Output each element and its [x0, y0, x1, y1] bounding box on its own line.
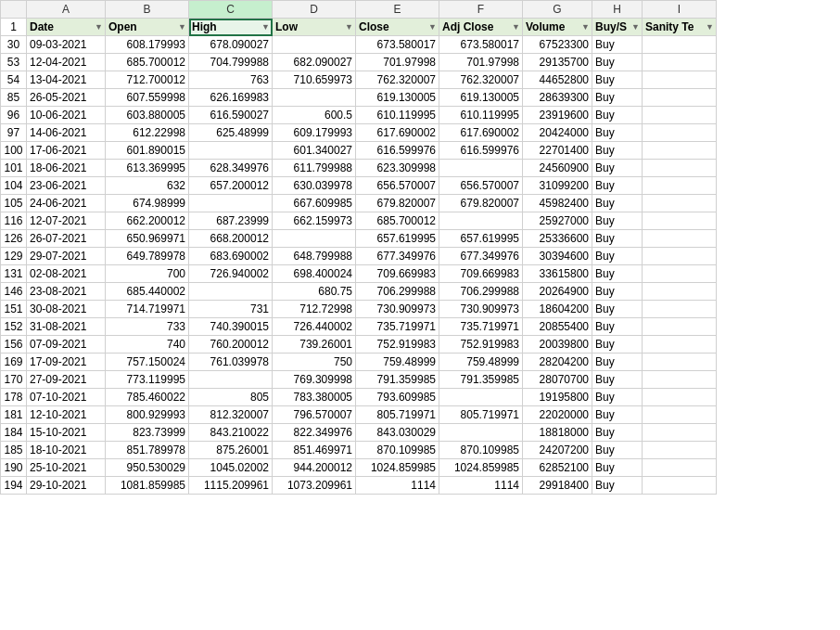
- cell-date[interactable]: 14-06-2021: [27, 124, 106, 142]
- cell-buy-s[interactable]: Buy: [592, 142, 643, 160]
- cell-sanity[interactable]: [643, 406, 717, 424]
- cell-close[interactable]: 673.580017: [356, 36, 439, 54]
- cell-volume[interactable]: 28070700: [523, 371, 592, 389]
- cell-sanity[interactable]: [643, 142, 717, 160]
- cell-close[interactable]: 762.320007: [356, 71, 439, 89]
- cell-buy-s[interactable]: Buy: [592, 71, 643, 89]
- cell-open[interactable]: 649.789978: [106, 248, 189, 265]
- cell-volume[interactable]: 44652800: [523, 71, 592, 89]
- cell-close[interactable]: 791.359985: [356, 371, 439, 389]
- cell-low[interactable]: 630.039978: [273, 177, 356, 195]
- cell-adj-close[interactable]: [439, 160, 523, 177]
- cell-sanity[interactable]: [643, 195, 717, 212]
- filter-arrow-adj-close[interactable]: ▼: [512, 19, 520, 35]
- cell-low[interactable]: 750: [273, 354, 356, 371]
- cell-low[interactable]: 710.659973: [273, 71, 356, 89]
- cell-high[interactable]: 683.690002: [189, 248, 273, 265]
- cell-volume[interactable]: 24207200: [523, 442, 592, 459]
- cell-buy-s[interactable]: Buy: [592, 107, 643, 124]
- cell-buy-s[interactable]: Buy: [592, 354, 643, 371]
- cell-high[interactable]: 678.090027: [189, 36, 273, 54]
- cell-buy-s[interactable]: Buy: [592, 36, 643, 54]
- cell-sanity[interactable]: [643, 336, 717, 354]
- cell-sanity[interactable]: [643, 248, 717, 265]
- cell-open[interactable]: 603.880005: [106, 107, 189, 124]
- cell-adj-close[interactable]: 679.820007: [439, 195, 523, 212]
- cell-close[interactable]: 616.599976: [356, 142, 439, 160]
- cell-date[interactable]: 12-04-2021: [27, 54, 106, 71]
- cell-low[interactable]: 726.440002: [273, 318, 356, 336]
- cell-date[interactable]: 02-08-2021: [27, 265, 106, 283]
- cell-high[interactable]: 726.940002: [189, 265, 273, 283]
- cell-high[interactable]: 1115.209961: [189, 477, 273, 495]
- cell-sanity[interactable]: [643, 71, 717, 89]
- cell-adj-close[interactable]: [439, 389, 523, 406]
- cell-buy-s[interactable]: Buy: [592, 389, 643, 406]
- header-date[interactable]: Date▼: [27, 19, 106, 36]
- cell-volume[interactable]: 23919600: [523, 107, 592, 124]
- cell-close[interactable]: 709.669983: [356, 265, 439, 283]
- cell-open[interactable]: 851.789978: [106, 442, 189, 459]
- header-low[interactable]: Low▼: [273, 19, 356, 36]
- cell-high[interactable]: 616.590027: [189, 107, 273, 124]
- cell-buy-s[interactable]: Buy: [592, 406, 643, 424]
- cell-volume[interactable]: 25336600: [523, 230, 592, 248]
- cell-low[interactable]: 698.400024: [273, 265, 356, 283]
- cell-close[interactable]: 752.919983: [356, 336, 439, 354]
- cell-adj-close[interactable]: 709.669983: [439, 265, 523, 283]
- cell-open[interactable]: 662.200012: [106, 212, 189, 230]
- cell-date[interactable]: 09-03-2021: [27, 36, 106, 54]
- cell-high[interactable]: 805: [189, 389, 273, 406]
- cell-sanity[interactable]: [643, 477, 717, 495]
- cell-volume[interactable]: 31099200: [523, 177, 592, 195]
- cell-sanity[interactable]: [643, 124, 717, 142]
- cell-open[interactable]: 800.929993: [106, 406, 189, 424]
- filter-arrow-low[interactable]: ▼: [345, 19, 353, 35]
- cell-adj-close[interactable]: 762.320007: [439, 71, 523, 89]
- cell-buy-s[interactable]: Buy: [592, 177, 643, 195]
- cell-adj-close[interactable]: 870.109985: [439, 442, 523, 459]
- cell-sanity[interactable]: [643, 371, 717, 389]
- cell-close[interactable]: 843.030029: [356, 424, 439, 442]
- cell-buy-s[interactable]: Buy: [592, 230, 643, 248]
- cell-date[interactable]: 17-06-2021: [27, 142, 106, 160]
- cell-adj-close[interactable]: 730.909973: [439, 301, 523, 318]
- cell-open[interactable]: 608.179993: [106, 36, 189, 54]
- cell-buy-s[interactable]: Buy: [592, 424, 643, 442]
- col-letter-g[interactable]: G: [523, 1, 592, 19]
- cell-low[interactable]: 680.75: [273, 283, 356, 301]
- cell-buy-s[interactable]: Buy: [592, 89, 643, 107]
- cell-volume[interactable]: 22020000: [523, 406, 592, 424]
- cell-open[interactable]: 632: [106, 177, 189, 195]
- cell-buy-s[interactable]: Buy: [592, 124, 643, 142]
- cell-volume[interactable]: 20039800: [523, 336, 592, 354]
- cell-buy-s[interactable]: Buy: [592, 371, 643, 389]
- cell-buy-s[interactable]: Buy: [592, 336, 643, 354]
- cell-date[interactable]: 12-07-2021: [27, 212, 106, 230]
- cell-date[interactable]: 31-08-2021: [27, 318, 106, 336]
- cell-close[interactable]: 617.690002: [356, 124, 439, 142]
- cell-volume[interactable]: 29918400: [523, 477, 592, 495]
- cell-high[interactable]: 628.349976: [189, 160, 273, 177]
- cell-close[interactable]: 619.130005: [356, 89, 439, 107]
- cell-high[interactable]: 704.799988: [189, 54, 273, 71]
- cell-volume[interactable]: 25927000: [523, 212, 592, 230]
- cell-low[interactable]: 609.179993: [273, 124, 356, 142]
- cell-open[interactable]: 674.98999: [106, 195, 189, 212]
- cell-high[interactable]: 687.23999: [189, 212, 273, 230]
- cell-open[interactable]: 773.119995: [106, 371, 189, 389]
- filter-arrow-close[interactable]: ▼: [428, 19, 437, 35]
- cell-adj-close[interactable]: 617.690002: [439, 124, 523, 142]
- cell-adj-close[interactable]: 657.619995: [439, 230, 523, 248]
- cell-high[interactable]: 1045.02002: [189, 459, 273, 477]
- cell-open[interactable]: 612.22998: [106, 124, 189, 142]
- cell-low[interactable]: 851.469971: [273, 442, 356, 459]
- cell-low[interactable]: 739.26001: [273, 336, 356, 354]
- cell-open[interactable]: 613.369995: [106, 160, 189, 177]
- cell-date[interactable]: 18-10-2021: [27, 442, 106, 459]
- cell-volume[interactable]: 22701400: [523, 142, 592, 160]
- cell-low[interactable]: 600.5: [273, 107, 356, 124]
- cell-open[interactable]: 685.440002: [106, 283, 189, 301]
- cell-open[interactable]: 714.719971: [106, 301, 189, 318]
- cell-sanity[interactable]: [643, 389, 717, 406]
